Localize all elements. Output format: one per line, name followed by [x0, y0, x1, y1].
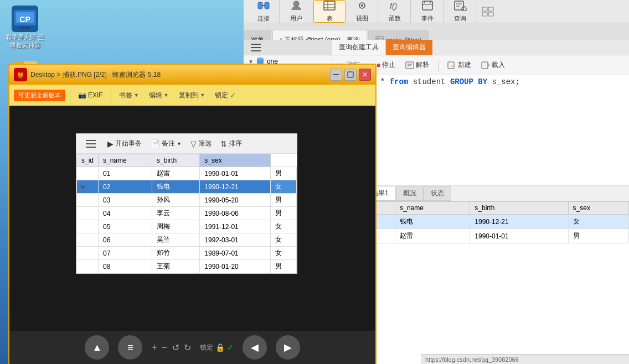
nav-lock-check: ✓ — [227, 343, 234, 352]
cell-ssex: 女 — [270, 180, 296, 194]
cell-sid: 02 — [99, 180, 152, 194]
inner-table-row[interactable]: 03 孙风 1990-05-20 男 — [77, 194, 297, 207]
table-button[interactable]: 表 — [317, 0, 342, 24]
browser-close-button[interactable]: ✕ — [359, 69, 371, 81]
tree-menu-button[interactable] — [248, 40, 264, 55]
svg-rect-10 — [258, 2, 262, 9]
row-indicator-cell — [77, 167, 99, 180]
lock-button[interactable]: 锁定 ✓ — [212, 89, 240, 102]
inner-filter-button[interactable]: ▽ 筛选 — [188, 138, 214, 149]
inner-sort-button[interactable]: ⇅ 排序 — [218, 138, 244, 149]
nav-prev-button[interactable]: ◀ — [243, 335, 267, 360]
inner-toolbar: ▶ 开始事务 📄 备注 ▼ ▽ 筛选 ⇅ 排序 — [76, 134, 297, 154]
query-button[interactable]: 查询 — [448, 0, 472, 24]
inner-table-row[interactable]: 08 王菊 1990-01-20 男 — [77, 260, 297, 273]
cell-sname: 吴兰 — [152, 233, 200, 247]
svg-point-19 — [361, 4, 363, 7]
nav-menu-button[interactable]: ≡ — [118, 335, 142, 360]
inner-note-button[interactable]: 📄 备注 ▼ — [148, 138, 184, 149]
results-table-row[interactable]: 01 赵雷 1990-01-01 男 — [333, 229, 629, 243]
filter-icon: ▽ — [190, 139, 197, 148]
cp-icon-label: 彩录屏大师 至尊搜索神器 — [6, 33, 44, 50]
col-sbirth: s_birth — [152, 154, 200, 167]
copy-button[interactable]: 复制到 ▼ — [176, 89, 209, 102]
nav-next-button[interactable]: ▶ — [276, 335, 300, 360]
new-button[interactable]: + 新建 — [444, 59, 475, 71]
content-sub-tabs: 查询创建工具 查询编辑器 — [332, 40, 629, 55]
inner-table-row[interactable]: 04 李云 1990-08-06 男 — [77, 207, 297, 220]
inner-table-row[interactable]: 06 吴兰 1992-03-01 女 — [77, 233, 297, 247]
bookmark-dropdown-icon: ▼ — [134, 92, 139, 98]
edit-button[interactable]: 编辑 ▼ — [146, 89, 172, 102]
func-button[interactable]: f() 函数 — [383, 0, 407, 24]
inner-table-row[interactable]: 05 周梅 1991-12-01 女 — [77, 220, 297, 233]
explain-icon — [405, 61, 414, 69]
browser-maximize-button[interactable] — [344, 69, 357, 81]
toolbar-group-query: 查询 — [445, 0, 476, 23]
nav-eject-button[interactable]: ▲ — [85, 335, 109, 360]
svg-rect-14 — [324, 1, 335, 10]
action-sep — [438, 60, 439, 71]
view-button[interactable]: 视图 — [350, 0, 374, 24]
cell-sbirth: 1991-12-01 — [200, 220, 270, 233]
cell-sname: 郑竹 — [152, 247, 200, 260]
tab-status[interactable]: 状态 — [424, 186, 451, 201]
desktop-icon-cp[interactable]: CP 彩录屏大师 至尊搜索神器 — [6, 6, 44, 50]
edit-dropdown-icon: ▼ — [164, 92, 169, 98]
connect-button[interactable]: 连接 — [251, 0, 276, 24]
result-cell-sname: 钱电 — [395, 215, 470, 229]
toolbar-group-view: 视图 — [347, 0, 378, 23]
more-toolbar-btn[interactable] — [477, 6, 498, 17]
user-button[interactable]: 用户 — [284, 0, 308, 24]
nav-add-icon[interactable]: + — [151, 342, 157, 353]
nav-redo-icon[interactable]: ↻ — [184, 342, 191, 353]
event-button[interactable]: 事件 — [415, 0, 440, 24]
cell-sbirth: 1990-01-20 — [200, 260, 270, 273]
table-icon — [323, 0, 336, 14]
nav-undo-icon[interactable]: ↺ — [172, 342, 179, 353]
stop-button[interactable]: ■ 停止 — [373, 59, 399, 71]
sql-editor-area[interactable]: 1 SELECT * from student GROUP BY s_sex; — [332, 75, 629, 186]
cell-sid: 03 — [99, 194, 152, 207]
inner-table-row[interactable]: 01 赵雷 1990-01-01 男 — [77, 167, 297, 180]
insert-button[interactable]: 载入 — [478, 59, 508, 71]
cell-sbirth: 1990-12-21 — [200, 180, 270, 194]
results-table-row[interactable]: ▶ 02 钱电 1990-12-21 女 — [333, 215, 629, 229]
cell-sname: 周梅 — [152, 220, 200, 233]
nav-minus-icon[interactable]: − — [162, 342, 168, 353]
toolbar-group-connect: 连接 — [248, 0, 280, 23]
update-badge[interactable]: 可更新全新版本 — [14, 90, 65, 101]
inner-transaction-button[interactable]: ▶ 开始事务 — [105, 138, 144, 149]
sql-line-1: 1 SELECT * from student GROUP BY s_sex; — [332, 77, 629, 86]
toolbar-sep-1 — [70, 90, 70, 101]
row-indicator-cell — [77, 220, 99, 233]
browser-window: 🍯 Desktop > 捕获.PNG [2/2] - 蜂蜜浏览器 5.18 ✕ … — [8, 64, 377, 364]
cell-sid: 05 — [99, 220, 152, 233]
note-dropdown-icon: ▼ — [177, 141, 182, 147]
cell-sid: 07 — [99, 247, 152, 260]
stop-icon: ■ — [377, 61, 380, 69]
cell-sbirth: 1990-08-06 — [200, 207, 270, 220]
toolbar-group-event: 事件 — [412, 0, 444, 23]
exif-button[interactable]: 📷 EXIF — [75, 90, 106, 101]
tab-query-builder[interactable]: 查询创建工具 — [332, 40, 386, 55]
note-icon: 📄 — [151, 139, 160, 148]
lock-check-icon: ✓ — [230, 91, 236, 100]
bookmark-button[interactable]: 书签 ▼ — [116, 89, 142, 102]
cell-ssex: 男 — [270, 194, 296, 207]
svg-text:+: + — [451, 64, 453, 69]
connect-icon — [257, 0, 270, 14]
inner-table-row[interactable]: 07 郑竹 1989-07-01 女 — [77, 247, 297, 260]
nav-controls: + − ↺ ↻ — [151, 342, 190, 353]
copy-dropdown-icon: ▼ — [200, 92, 205, 98]
cell-sbirth: 1990-01-01 — [200, 167, 270, 180]
explain-button[interactable]: 解释 — [402, 59, 432, 71]
tab-query-editor[interactable]: 查询编辑器 — [386, 40, 432, 55]
inner-menu-button[interactable] — [81, 135, 101, 153]
results-col-ssex: s_sex — [568, 202, 628, 215]
tab-overview[interactable]: 概况 — [396, 186, 424, 201]
func-icon: f() — [388, 0, 401, 14]
inner-table-row[interactable]: ▶ 02 钱电 1990-12-21 女 — [77, 180, 297, 194]
browser-minimize-button[interactable] — [330, 69, 342, 81]
toolbar-group-user: 用户 — [281, 0, 312, 23]
